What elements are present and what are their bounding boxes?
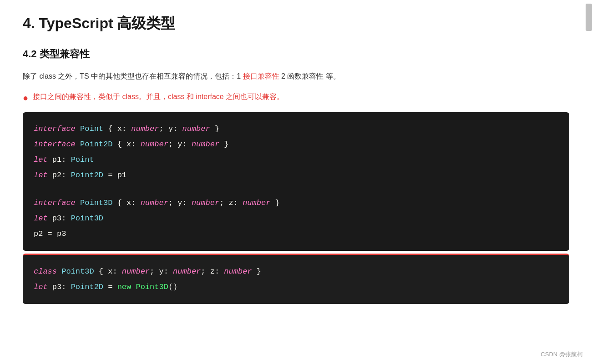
code-line-5: interface Point3D { x: number; y: number… [34, 195, 558, 211]
code-line-8: class Point3D { x: number; y: number; z:… [34, 264, 558, 279]
code-block-2: class Point3D { x: number; y: number; z:… [23, 254, 569, 304]
code-line-4: let p2: Point2D = p1 [34, 168, 558, 183]
paragraph-1: 除了 class 之外，TS 中的其他类型也存在相互兼容的情况，包括：1 接口兼… [23, 70, 569, 83]
code-line-1: interface Point { x: number; y: number } [34, 121, 558, 137]
para1-link1[interactable]: 接口兼容性 [243, 72, 279, 80]
code-line-2: interface Point2D { x: number; y: number… [34, 137, 558, 152]
para1-before: 除了 class 之外，TS 中的其他类型也存在相互兼容的情况，包括：1 [23, 72, 243, 80]
para1-middle: 2 函数兼容性 等。 [279, 72, 340, 80]
scrollbar-indicator[interactable] [586, 4, 592, 31]
code-line-6: let p3: Point3D [34, 211, 558, 226]
code-empty-1 [34, 183, 558, 195]
code-line-3: let p1: Point [34, 152, 558, 168]
code-line-7: p2 = p3 [34, 226, 558, 242]
code-line-9: let p3: Point2D = new Point3D() [34, 279, 558, 295]
code-block-1: interface Point { x: number; y: number }… [23, 112, 569, 251]
bullet-item-1: ● 接口之间的兼容性，类似于 class。并且，class 和 interfac… [23, 90, 569, 105]
bullet-dot: ● [23, 90, 28, 105]
footer-brand: CSDN @张航柯 [541, 350, 583, 359]
section-title: 4.2 类型兼容性 [23, 47, 569, 61]
bullet-text-1: 接口之间的兼容性，类似于 class。并且，class 和 interface … [33, 90, 284, 104]
page-title: 4. TypeScript 高级类型 [23, 14, 569, 34]
